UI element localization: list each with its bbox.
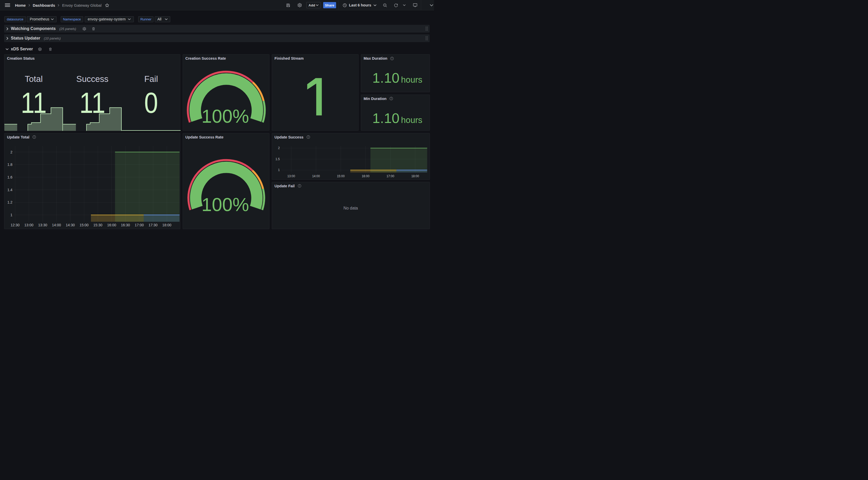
svg-text:12:30: 12:30 bbox=[10, 223, 20, 227]
svg-text:15:30: 15:30 bbox=[93, 223, 102, 227]
svg-text:1: 1 bbox=[10, 213, 12, 217]
svg-text:16:30: 16:30 bbox=[121, 223, 130, 227]
svg-text:18:00: 18:00 bbox=[411, 174, 419, 178]
svg-text:14:00: 14:00 bbox=[52, 223, 61, 227]
svg-text:2: 2 bbox=[10, 150, 12, 154]
svg-text:18:00: 18:00 bbox=[162, 223, 171, 227]
svg-text:13:30: 13:30 bbox=[38, 223, 47, 227]
svg-text:1.8: 1.8 bbox=[7, 162, 13, 167]
svg-text:17:30: 17:30 bbox=[149, 223, 158, 227]
svg-text:17:00: 17:00 bbox=[134, 223, 144, 227]
svg-text:1: 1 bbox=[278, 168, 280, 172]
svg-text:16:00: 16:00 bbox=[107, 223, 116, 227]
svg-text:16:00: 16:00 bbox=[362, 174, 369, 178]
svg-text:1.4: 1.4 bbox=[7, 187, 13, 192]
svg-text:14:00: 14:00 bbox=[312, 174, 320, 178]
svg-text:1.6: 1.6 bbox=[7, 175, 13, 179]
svg-text:17:00: 17:00 bbox=[386, 174, 394, 178]
svg-text:15:00: 15:00 bbox=[337, 174, 345, 178]
svg-text:100%: 100% bbox=[201, 194, 249, 215]
svg-text:14:30: 14:30 bbox=[66, 223, 75, 227]
svg-text:15:00: 15:00 bbox=[80, 223, 89, 227]
svg-text:1.2: 1.2 bbox=[7, 200, 13, 204]
svg-text:2: 2 bbox=[278, 146, 280, 150]
svg-text:13:00: 13:00 bbox=[287, 174, 295, 178]
svg-text:13:00: 13:00 bbox=[24, 223, 33, 227]
svg-text:1.5: 1.5 bbox=[275, 157, 280, 161]
svg-text:100%: 100% bbox=[201, 106, 249, 127]
